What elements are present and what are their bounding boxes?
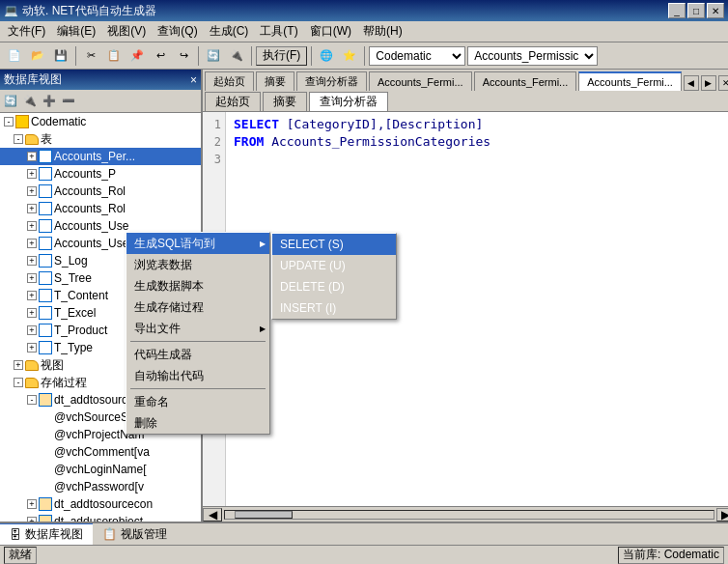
tree-item-1[interactable]: + Accounts_P: [0, 165, 201, 183]
toolbar-redo[interactable]: ↪: [173, 45, 194, 67]
maximize-button[interactable]: □: [687, 3, 705, 18]
sub-tab-start[interactable]: 起始页: [205, 92, 261, 111]
tree-expand-tables[interactable]: -: [14, 134, 23, 144]
toolbar-connect[interactable]: 🔌: [226, 45, 247, 67]
tree-expand-item9[interactable]: +: [27, 308, 37, 318]
toolbar-copy[interactable]: 📋: [103, 45, 125, 67]
run-label[interactable]: 执行(F): [256, 46, 307, 66]
sub-tab-summary[interactable]: 摘要: [263, 92, 307, 111]
toolbar-save[interactable]: 💾: [50, 45, 71, 67]
title-bar-controls: _ □ ✕: [668, 3, 724, 18]
tree-expand-item2[interactable]: +: [27, 186, 37, 196]
close-button[interactable]: ✕: [707, 3, 724, 18]
tree-param-3[interactable]: @vchLoginName[: [0, 461, 201, 478]
menu-help[interactable]: 帮助(H): [357, 21, 408, 42]
tree-expand-item10[interactable]: +: [27, 325, 37, 335]
toolbar-undo[interactable]: ↩: [150, 45, 171, 67]
tab-nav-close[interactable]: ✕: [718, 75, 728, 91]
tree-expand-item5[interactable]: +: [27, 239, 37, 248]
hscroll-left[interactable]: ◀: [203, 508, 222, 522]
tree-expand-item11[interactable]: +: [27, 343, 37, 352]
tree-expand-procs[interactable]: -: [14, 378, 23, 387]
submenu-delete[interactable]: DELETE (D): [272, 276, 396, 297]
tab-query[interactable]: 查询分析器: [296, 71, 367, 91]
tree-item-2[interactable]: + Accounts_Rol: [0, 183, 201, 200]
toolbar-open[interactable]: 📂: [27, 45, 48, 67]
tree-item-3[interactable]: + Accounts_Rol: [0, 200, 201, 217]
menu-query[interactable]: 查询(Q): [152, 21, 203, 42]
toolbar-cut[interactable]: ✂: [80, 45, 101, 67]
hscroll-track[interactable]: [224, 510, 714, 520]
panel-title: 数据库视图 ×: [0, 70, 201, 90]
code-line-1: SELECT [CategoryID],[Description]: [234, 116, 728, 133]
tab-accounts1[interactable]: Accounts_Fermi...: [369, 71, 472, 91]
menu-tools[interactable]: 工具(T): [254, 21, 303, 42]
menu-generate[interactable]: 生成(C): [204, 21, 255, 42]
tab-nav-prev[interactable]: ◀: [684, 75, 699, 91]
submenu-update[interactable]: UPDATE (U): [272, 255, 396, 276]
tab-accounts3[interactable]: Accounts_Fermi...: [578, 71, 682, 91]
ctx-browse[interactable]: 浏览表数据: [126, 254, 269, 275]
tree-expand-views[interactable]: +: [14, 360, 23, 370]
main-area: 数据库视图 × 🔄 🔌 ➕ ➖ - Codematic - 表 +: [0, 70, 728, 522]
toolbar-star[interactable]: ⭐: [339, 45, 360, 67]
tree-expand-root[interactable]: -: [4, 117, 14, 127]
db-selector[interactable]: Codematic: [369, 46, 465, 66]
menu-view[interactable]: 视图(V): [101, 21, 152, 42]
ctx-gen-proc[interactable]: 生成存储过程: [126, 296, 269, 318]
tree-expand-item6[interactable]: +: [27, 256, 37, 266]
bottom-panel: 🗄 数据库视图 📋 视版管理: [0, 522, 728, 545]
ctx-gen-sql[interactable]: 生成SQL语句到 SELECT (S) UPDATE (U) DELETE (D…: [126, 233, 269, 254]
ctx-delete[interactable]: 删除: [126, 412, 269, 434]
tree-remove-btn[interactable]: ➖: [60, 93, 77, 110]
submenu-select[interactable]: SELECT (S): [272, 234, 396, 255]
menu-file[interactable]: 文件(F): [2, 21, 51, 42]
tab-start[interactable]: 起始页: [205, 71, 254, 91]
bottom-tab-dbview[interactable]: 🗄 数据库视图: [0, 523, 93, 545]
ctx-codegen[interactable]: 代码生成器: [126, 344, 269, 365]
toolbar-paste[interactable]: 📌: [126, 45, 148, 67]
sub-tab-query[interactable]: 查询分析器: [309, 92, 388, 111]
tree-proc-item-2[interactable]: + dt_adduserobject: [0, 513, 201, 522]
tree-section-tables[interactable]: - 表: [0, 130, 201, 148]
tree-expand-proc2[interactable]: +: [27, 517, 37, 522]
tree-expand-item8[interactable]: +: [27, 291, 37, 300]
toolbar-new[interactable]: 📄: [4, 45, 25, 67]
toolbar-globe[interactable]: 🌐: [316, 45, 337, 67]
tree-expand-proc1[interactable]: +: [27, 499, 37, 509]
tbl-icon-2: [39, 184, 52, 198]
tree-expand-item0[interactable]: +: [27, 152, 37, 161]
tree-expand-item3[interactable]: +: [27, 204, 37, 213]
tab-summary[interactable]: 摘要: [256, 71, 294, 91]
panel-close-icon[interactable]: ×: [190, 73, 197, 87]
table-selector[interactable]: Accounts_Permissic: [467, 46, 598, 66]
tab-accounts2[interactable]: Accounts_Fermi...: [474, 71, 577, 91]
tree-param-2[interactable]: @vchComment[va: [0, 443, 201, 461]
editor-hscroll[interactable]: ◀ ▶: [203, 506, 728, 522]
tree-expand-proc0[interactable]: -: [27, 395, 37, 405]
ctx-rename[interactable]: 重命名: [126, 391, 269, 412]
tree-connect-btn[interactable]: 🔌: [21, 93, 39, 110]
tree-param-4[interactable]: @vchPassword[v: [0, 478, 201, 495]
menu-window[interactable]: 窗口(W): [304, 21, 357, 42]
toolbar-refresh[interactable]: 🔄: [203, 45, 224, 67]
submenu-insert[interactable]: INSERT (I): [272, 297, 396, 319]
bottom-tab-viewmgr[interactable]: 📋 视版管理: [93, 523, 177, 545]
ctx-auto-output[interactable]: 自动输出代码: [126, 365, 269, 386]
tree-proc-item-1[interactable]: + dt_addtosourcecon: [0, 495, 201, 513]
ctx-export[interactable]: 导出文件: [126, 318, 269, 339]
tree-add-btn[interactable]: ➕: [41, 93, 58, 110]
hscroll-thumb[interactable]: [235, 511, 293, 519]
tree-refresh-btn[interactable]: 🔄: [2, 93, 19, 110]
tree-root[interactable]: - Codematic: [0, 113, 201, 130]
menu-edit[interactable]: 编辑(E): [51, 21, 101, 42]
ctx-gen-script[interactable]: 生成数据脚本: [126, 275, 269, 296]
tree-expand-item4[interactable]: +: [27, 221, 37, 231]
minimize-button[interactable]: _: [668, 3, 686, 18]
tab-nav-next[interactable]: ▶: [701, 75, 716, 91]
hscroll-right[interactable]: ▶: [716, 508, 728, 522]
tree-expand-item1[interactable]: +: [27, 169, 37, 179]
tree-expand-item7[interactable]: +: [27, 273, 37, 283]
tbl-icon-7: [39, 271, 52, 285]
tree-item-accounts-perm[interactable]: + Accounts_Per...: [0, 148, 201, 165]
